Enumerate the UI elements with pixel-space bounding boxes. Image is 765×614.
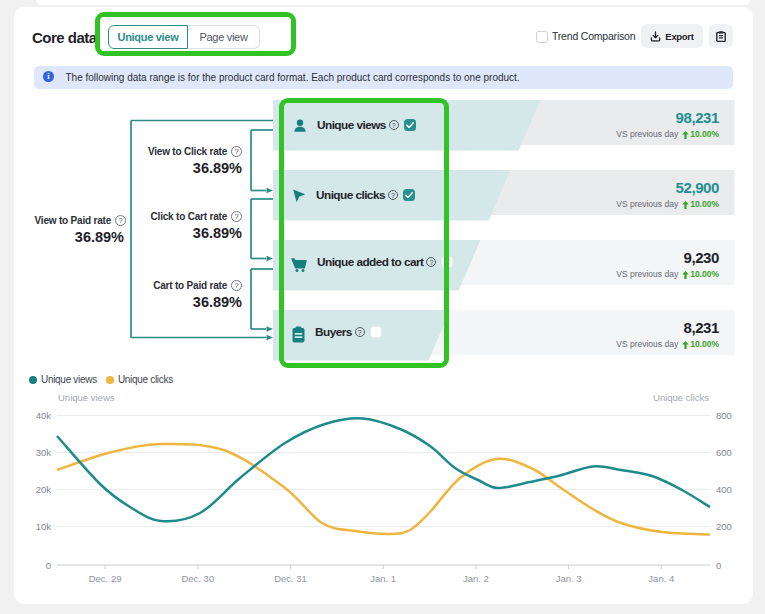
svg-text:Dec. 31: Dec. 31 — [274, 573, 307, 584]
svg-text:Unique views: Unique views — [58, 392, 115, 403]
svg-text:800: 800 — [716, 410, 732, 421]
svg-text:Jan. 2: Jan. 2 — [463, 573, 489, 584]
svg-text:0: 0 — [46, 560, 51, 571]
svg-text:Jan. 1: Jan. 1 — [370, 573, 396, 584]
svg-text:0: 0 — [716, 560, 721, 571]
svg-text:Unique clicks: Unique clicks — [653, 392, 709, 403]
svg-text:30k: 30k — [36, 447, 52, 458]
svg-text:40k: 40k — [36, 410, 52, 421]
svg-text:200: 200 — [716, 521, 732, 532]
svg-text:20k: 20k — [36, 484, 52, 495]
svg-text:Dec. 30: Dec. 30 — [181, 573, 214, 584]
svg-text:10k: 10k — [36, 521, 52, 532]
svg-text:Jan. 4: Jan. 4 — [648, 573, 674, 584]
svg-text:Dec. 29: Dec. 29 — [89, 573, 122, 584]
svg-text:400: 400 — [716, 484, 732, 495]
svg-text:600: 600 — [716, 447, 732, 458]
svg-text:Jan. 3: Jan. 3 — [556, 573, 582, 584]
